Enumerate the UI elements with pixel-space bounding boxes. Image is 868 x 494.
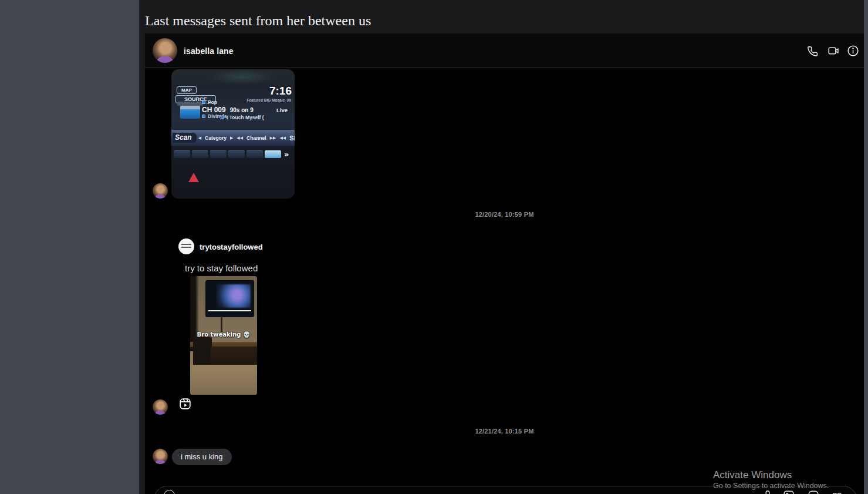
- next-icon: ▶▶: [270, 136, 276, 140]
- sender-avatar[interactable]: [153, 399, 168, 415]
- radio-control-bar: Scan ◀ Category ▶ ◀◀ Channel ▶▶ ◀◀ Skip …: [171, 130, 295, 146]
- radio-preset-selected: [265, 150, 281, 158]
- timestamp: 12/20/24, 10:59 PM: [145, 211, 864, 218]
- page-title: Last messages sent from her between us: [145, 13, 371, 29]
- reels-icon: [179, 398, 191, 410]
- right-arrow-icon: ▶: [230, 136, 233, 140]
- reel-author-username[interactable]: trytostayfollowed: [200, 243, 263, 251]
- shared-photo-radio[interactable]: MAP 7:16 SOURCE Featured BIG Mosaic 09 P…: [171, 69, 295, 199]
- more-presets-icon: »: [284, 150, 289, 159]
- prev-icon: ◀◀: [237, 136, 243, 140]
- left-arrow-icon: ◀: [198, 136, 201, 140]
- radio-preset-button: [174, 150, 190, 158]
- emoji-icon[interactable]: [164, 490, 175, 494]
- prev-icon: ◀◀: [279, 136, 286, 140]
- reel-author-logo: [181, 244, 191, 248]
- activate-windows-line1: Activate Windows: [713, 469, 829, 481]
- reel-thumbnail[interactable]: Bro tweaking 💀: [190, 276, 257, 395]
- message-bubble[interactable]: i miss u king: [172, 449, 232, 465]
- bed: [190, 365, 257, 395]
- radio-preset-button: [246, 150, 263, 158]
- audio-call-icon[interactable]: [806, 45, 819, 57]
- windshield-glow: [208, 69, 276, 85]
- screen: Last messages sent from her between us i…: [0, 0, 868, 494]
- tv-screen: [206, 281, 254, 317]
- radio-live-badge: Live: [276, 107, 288, 113]
- sender-avatar[interactable]: [153, 183, 168, 199]
- radio-category-button: Category: [205, 135, 227, 141]
- gif-icon[interactable]: [830, 489, 843, 494]
- radio-skip-button: Skip: [289, 135, 295, 142]
- contact-avatar[interactable]: [153, 38, 177, 63]
- radio-album-label: [177, 102, 203, 106]
- radio-map-button: MAP: [177, 86, 197, 94]
- reel-caption: try to stay followed: [185, 263, 258, 273]
- left-gutter: [0, 0, 139, 494]
- sticker-icon[interactable]: [807, 489, 820, 494]
- radio-clock: 7:16: [269, 85, 292, 98]
- radio-preset-button: [192, 150, 208, 158]
- gallery-icon[interactable]: [782, 489, 795, 494]
- radio-scan-button: Scan: [173, 133, 197, 143]
- chat-header: isabella lane: [145, 33, 864, 68]
- tv-progress-bar: [208, 310, 251, 311]
- voice-message-icon[interactable]: [761, 489, 774, 494]
- timestamp: 12/21/24, 10:15 PM: [145, 428, 864, 435]
- activate-windows-line2: Go to Settings to activate Windows.: [713, 482, 829, 490]
- radio-preset-button: [228, 150, 245, 158]
- right-gutter: [864, 0, 868, 494]
- reel-author-avatar[interactable]: [178, 238, 194, 254]
- sender-avatar[interactable]: [153, 449, 168, 464]
- chat-window: isabella lane MAP 7:16 SOURCE Featured B…: [145, 33, 864, 494]
- radio-preset-button: [210, 150, 227, 158]
- contact-name[interactable]: isabella lane: [184, 46, 234, 56]
- tv-character: [217, 284, 251, 308]
- radio-featured-text: Featured BIG Mosaic 09: [246, 98, 291, 102]
- conversation-info-icon[interactable]: [847, 45, 859, 57]
- radio-album-art: [180, 106, 200, 119]
- radio-genre: Pop: [202, 99, 217, 105]
- radio-channel-button: Channel: [246, 135, 266, 141]
- radio-song: I Touch Myself (: [221, 115, 264, 120]
- activate-windows-watermark: Activate Windows Go to Settings to activ…: [713, 469, 829, 490]
- dresser: [211, 347, 257, 366]
- radio-preset-row: »: [174, 149, 292, 159]
- tv-mount: [221, 317, 222, 332]
- radio-channel: CH 00990s on 9: [202, 106, 254, 114]
- hazard-triangle: [188, 173, 199, 182]
- video-call-icon[interactable]: [828, 45, 840, 57]
